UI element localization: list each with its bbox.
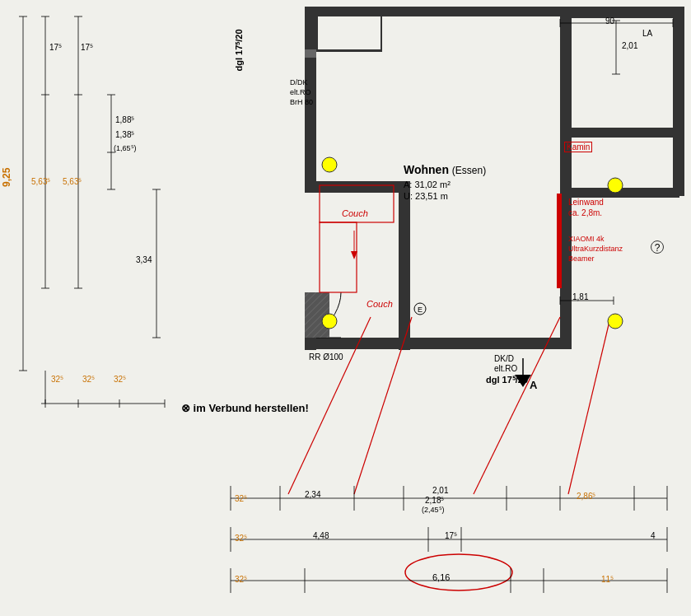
dim-201: 2,01 bbox=[622, 41, 637, 50]
dim-234: 2,34 bbox=[305, 490, 320, 499]
dim-325e: 32⁵ bbox=[235, 534, 247, 543]
svg-rect-38 bbox=[560, 128, 572, 194]
arrow-a-label: A bbox=[530, 379, 537, 391]
svg-rect-29 bbox=[305, 49, 316, 58]
dim-188: 1,88⁵ bbox=[115, 115, 134, 124]
dim-286: 2,86⁵ bbox=[577, 492, 595, 501]
xiaomi-label: XIAOMI 4k bbox=[568, 235, 605, 243]
la-label: LA bbox=[642, 29, 652, 38]
svg-rect-31 bbox=[316, 7, 318, 52]
ddk-label: D/DK bbox=[290, 78, 308, 86]
dim-245: (2,45⁵) bbox=[422, 506, 445, 514]
dim-165: (1,65⁵) bbox=[114, 144, 137, 152]
svg-point-60 bbox=[322, 314, 337, 329]
couch-label-1: Couch bbox=[342, 208, 368, 218]
dim-325f: 32⁵ bbox=[235, 575, 247, 584]
dkd-label: DK/D bbox=[494, 354, 514, 363]
dim-218: 2,18⁵ bbox=[425, 496, 444, 505]
dgl-label: dgl 17⁵/20 bbox=[234, 29, 245, 71]
svg-rect-30 bbox=[316, 7, 382, 13]
svg-rect-37 bbox=[560, 128, 679, 138]
dim-201b: 2,01 bbox=[432, 486, 448, 495]
dim-181: 1,81 bbox=[572, 292, 588, 301]
dim-448: 4,48 bbox=[313, 531, 329, 540]
dim-563a: 5,63⁵ bbox=[31, 177, 50, 186]
dim-334: 3,34 bbox=[136, 255, 152, 264]
dim-325d: 32⁵ bbox=[235, 494, 247, 503]
dim-563b: 5,63⁵ bbox=[63, 177, 82, 186]
dgl2-label: dgl 17⁵/20 bbox=[486, 375, 528, 385]
svg-rect-43 bbox=[399, 181, 410, 350]
dim-325a: 32⁵ bbox=[51, 375, 63, 384]
dim-325b: 32⁵ bbox=[82, 375, 95, 384]
dim-115: 11⁵ bbox=[601, 575, 614, 584]
dim-616: 6,16 bbox=[432, 572, 450, 582]
elt-ro-label: elt.RO bbox=[290, 88, 311, 96]
dim-175a: 17⁵ bbox=[49, 43, 62, 52]
dim-925: 9,25 bbox=[1, 168, 12, 187]
leinwand-size: ca. 2,8m. bbox=[568, 208, 602, 217]
rr100-label: RR Ø100 bbox=[309, 352, 343, 362]
svg-rect-33 bbox=[316, 49, 382, 52]
leinwand-label: Leinwand bbox=[568, 198, 604, 207]
dim-325c: 32⁵ bbox=[114, 375, 126, 384]
dim-175b: 17⁵ bbox=[81, 43, 93, 52]
floor-plan-svg: E bbox=[0, 0, 691, 616]
svg-rect-36 bbox=[673, 7, 684, 196]
room-area: A: 31,02 m² bbox=[404, 180, 451, 189]
svg-rect-34 bbox=[560, 7, 572, 134]
svg-rect-32 bbox=[381, 7, 382, 52]
room-perimeter: U: 23,51 m bbox=[404, 191, 448, 201]
kamin-label: Kamin bbox=[564, 142, 592, 152]
beamer-label: Beamer bbox=[568, 254, 595, 263]
dim-90: 90 bbox=[605, 16, 614, 26]
svg-rect-35 bbox=[560, 7, 679, 18]
svg-rect-0 bbox=[0, 0, 691, 616]
dim-175: 17⁵ bbox=[445, 531, 457, 540]
dim-138: 1,38⁵ bbox=[115, 130, 134, 139]
svg-point-59 bbox=[322, 157, 337, 172]
svg-rect-53 bbox=[557, 194, 562, 288]
couch-label-2: Couch bbox=[367, 299, 393, 309]
question-mark: ? bbox=[651, 240, 664, 254]
brh80-label: BrH 80 bbox=[290, 98, 313, 106]
svg-rect-41 bbox=[305, 338, 572, 349]
svg-point-62 bbox=[608, 314, 623, 329]
dim-4: 4 bbox=[651, 531, 656, 540]
verbund-label: ⊗ im Verbund herstellen! bbox=[181, 402, 309, 414]
elt-ro2-label: elt.RO bbox=[494, 364, 517, 373]
floor-plan-canvas: E 9,25 17⁵ 17⁵ 5,63⁵ 5,63⁵ 1,88⁵ 1,38⁵ (… bbox=[0, 0, 691, 616]
ultrakurz-label: UltraKurzdistanz bbox=[568, 245, 623, 253]
room-name: Wohnen (Essen) bbox=[404, 163, 486, 176]
svg-text:E: E bbox=[418, 306, 423, 314]
svg-point-61 bbox=[608, 178, 623, 193]
